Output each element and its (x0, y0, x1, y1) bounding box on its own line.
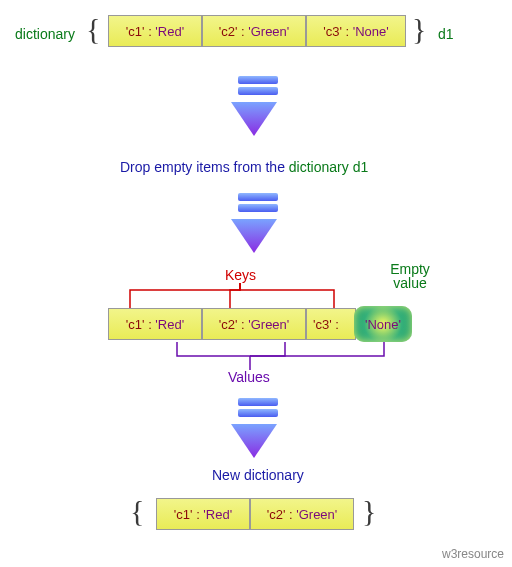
caption-drop-prefix: Drop empty items from the (120, 159, 289, 175)
dict3-key-1: 'c2' (267, 507, 286, 522)
footer-credit: w3resource (442, 547, 504, 561)
label-d1: d1 (438, 26, 454, 42)
svg-marker-0 (231, 102, 277, 136)
diagram-stage: dictionary { 'c1' : 'Red' 'c2' : 'Green'… (0, 0, 512, 567)
brace-left-1: { (86, 12, 100, 46)
dict1-cell-2: 'c3' : 'None' (306, 15, 406, 47)
dict2-cell-0: 'c1' : 'Red' (108, 308, 202, 340)
empty-value-bubble: 'None' (354, 306, 412, 342)
dict2-val-2: 'None' (365, 317, 401, 332)
arrow-tail-2 (238, 193, 278, 201)
dict1-key-2: 'c3' (323, 24, 342, 39)
dict2-key-0: 'c1' (126, 317, 145, 332)
dict3-val-1: 'Green' (296, 507, 337, 522)
label-dictionary: dictionary (15, 26, 75, 42)
label-new-dictionary: New dictionary (212, 467, 304, 483)
dict2-key-2: 'c3' (313, 317, 332, 332)
label-empty-value: Empty value (380, 262, 440, 290)
dict3-cell-1: 'c2' : 'Green' (250, 498, 354, 530)
dict3-cell-0: 'c1' : 'Red' (156, 498, 250, 530)
dict1-cell-0: 'c1' : 'Red' (108, 15, 202, 47)
label-keys: Keys (225, 267, 256, 283)
dict1-cell-1: 'c2' : 'Green' (202, 15, 306, 47)
dict1-val-0: 'Red' (155, 24, 184, 39)
caption-drop: Drop empty items from the dictionary d1 (120, 159, 368, 175)
arrow-tail-1b (238, 87, 278, 95)
dict1-val-2: 'None' (353, 24, 389, 39)
brace-left-2: { (130, 494, 144, 528)
arrow-tail-1 (238, 76, 278, 84)
dict1-key-1: 'c2' (219, 24, 238, 39)
brace-right-1: } (412, 12, 426, 46)
dict2-val-1: 'Green' (248, 317, 289, 332)
svg-marker-1 (231, 219, 277, 253)
arrow-tail-3b (238, 409, 278, 417)
arrow-tail-2b (238, 204, 278, 212)
dict1-val-1: 'Green' (248, 24, 289, 39)
down-arrow-1 (231, 96, 277, 142)
dict2-key-1: 'c2' (219, 317, 238, 332)
dict2-cell-2-key: 'c3' : (306, 308, 356, 340)
dict3-key-0: 'c1' (174, 507, 193, 522)
dict3-val-0: 'Red' (203, 507, 232, 522)
dict2-val-0: 'Red' (155, 317, 184, 332)
svg-marker-2 (231, 424, 277, 458)
arrow-tail-3 (238, 398, 278, 406)
dict2-cell-1: 'c2' : 'Green' (202, 308, 306, 340)
brace-right-2: } (362, 494, 376, 528)
down-arrow-2 (231, 213, 277, 259)
dict1-key-0: 'c1' (126, 24, 145, 39)
label-values: Values (228, 369, 270, 385)
caption-drop-suffix: dictionary d1 (289, 159, 368, 175)
down-arrow-3 (231, 418, 277, 464)
